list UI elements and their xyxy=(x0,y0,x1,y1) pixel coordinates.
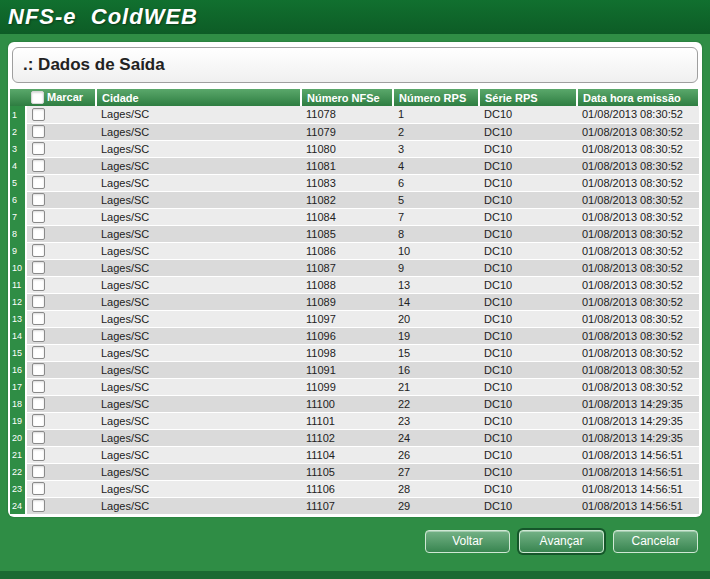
cell-serie-rps: DC10 xyxy=(479,327,577,344)
cell-cidade: Lages/SC xyxy=(96,225,301,242)
table-row: 4Lages/SC110814DC1001/08/2013 08:30:52 xyxy=(10,157,699,174)
cell-serie-rps: DC10 xyxy=(479,361,577,378)
table-row: 18Lages/SC1110022DC1001/08/2013 14:29:35 xyxy=(10,395,699,412)
cell-serie-rps: DC10 xyxy=(479,378,577,395)
cancelar-button[interactable]: Cancelar xyxy=(613,530,698,553)
row-checkbox[interactable] xyxy=(32,210,45,223)
cell-cidade: Lages/SC xyxy=(96,157,301,174)
row-checkbox[interactable] xyxy=(32,125,45,138)
cell-numero-nfse: 11098 xyxy=(301,344,393,361)
row-checkbox[interactable] xyxy=(32,363,45,376)
select-all-header xyxy=(10,89,26,106)
table-row: 3Lages/SC110803DC1001/08/2013 08:30:52 xyxy=(10,140,699,157)
cell-cidade: Lages/SC xyxy=(96,259,301,276)
row-number: 16 xyxy=(10,361,26,378)
cell-cidade: Lages/SC xyxy=(96,242,301,259)
cell-data-emissao: 01/08/2013 14:56:51 xyxy=(577,446,699,463)
row-checkbox[interactable] xyxy=(32,142,45,155)
cell-numero-nfse: 11083 xyxy=(301,174,393,191)
cell-data-emissao: 01/08/2013 08:30:52 xyxy=(577,191,699,208)
column-header-marcar: Marcar xyxy=(26,89,96,106)
cell-data-emissao: 01/08/2013 14:29:35 xyxy=(577,429,699,446)
cell-numero-nfse: 11101 xyxy=(301,412,393,429)
row-number: 19 xyxy=(10,412,26,429)
table-row: 16Lages/SC1109116DC1001/08/2013 08:30:52 xyxy=(10,361,699,378)
table-row: 5Lages/SC110836DC1001/08/2013 08:30:52 xyxy=(10,174,699,191)
row-checkbox[interactable] xyxy=(32,176,45,189)
select-all-checkbox[interactable] xyxy=(31,91,44,104)
row-checkbox[interactable] xyxy=(32,193,45,206)
row-number: 1 xyxy=(10,106,26,123)
cell-serie-rps: DC10 xyxy=(479,157,577,174)
cell-numero-rps: 6 xyxy=(393,174,479,191)
cell-numero-rps: 28 xyxy=(393,480,479,497)
row-checkbox-cell xyxy=(26,157,96,174)
cell-numero-rps: 5 xyxy=(393,191,479,208)
column-header-serie-rps: Série RPS xyxy=(479,89,577,106)
cell-numero-nfse: 11105 xyxy=(301,463,393,480)
row-checkbox[interactable] xyxy=(32,108,45,121)
cell-cidade: Lages/SC xyxy=(96,446,301,463)
nfse-table: Marcar Cidade Número NFSe Número RPS Sér… xyxy=(10,89,700,515)
voltar-button[interactable]: Voltar xyxy=(425,530,510,553)
row-checkbox[interactable] xyxy=(32,159,45,172)
table-row: 22Lages/SC1110527DC1001/08/2013 14:56:51 xyxy=(10,463,699,480)
row-checkbox[interactable] xyxy=(32,329,45,342)
row-checkbox[interactable] xyxy=(32,499,45,512)
row-checkbox[interactable] xyxy=(32,346,45,359)
page-title-text: .: Dados de Saída xyxy=(23,55,165,74)
table-header-row: Marcar Cidade Número NFSe Número RPS Sér… xyxy=(10,89,699,106)
row-checkbox[interactable] xyxy=(32,244,45,257)
row-checkbox[interactable] xyxy=(32,380,45,393)
table-row: 19Lages/SC1110123DC1001/08/2013 14:29:35 xyxy=(10,412,699,429)
cell-numero-nfse: 11084 xyxy=(301,208,393,225)
cell-numero-nfse: 11089 xyxy=(301,293,393,310)
row-checkbox[interactable] xyxy=(32,312,45,325)
row-checkbox-cell xyxy=(26,242,96,259)
row-number: 4 xyxy=(10,157,26,174)
cell-serie-rps: DC10 xyxy=(479,429,577,446)
cell-serie-rps: DC10 xyxy=(479,446,577,463)
cell-serie-rps: DC10 xyxy=(479,463,577,480)
row-number: 14 xyxy=(10,327,26,344)
cell-cidade: Lages/SC xyxy=(96,327,301,344)
row-checkbox[interactable] xyxy=(32,482,45,495)
row-checkbox-cell xyxy=(26,463,96,480)
row-checkbox[interactable] xyxy=(32,261,45,274)
cell-numero-rps: 14 xyxy=(393,293,479,310)
row-checkbox-cell xyxy=(26,412,96,429)
cell-numero-rps: 20 xyxy=(393,310,479,327)
row-number: 20 xyxy=(10,429,26,446)
row-number: 17 xyxy=(10,378,26,395)
cell-serie-rps: DC10 xyxy=(479,310,577,327)
cell-numero-nfse: 11081 xyxy=(301,157,393,174)
row-checkbox[interactable] xyxy=(32,448,45,461)
cell-cidade: Lages/SC xyxy=(96,191,301,208)
avancar-button[interactable]: Avançar xyxy=(519,530,604,553)
row-checkbox[interactable] xyxy=(32,278,45,291)
row-checkbox[interactable] xyxy=(32,227,45,240)
cell-serie-rps: DC10 xyxy=(479,497,577,514)
cell-cidade: Lages/SC xyxy=(96,310,301,327)
cell-data-emissao: 01/08/2013 14:56:51 xyxy=(577,463,699,480)
row-checkbox-cell xyxy=(26,225,96,242)
row-checkbox[interactable] xyxy=(32,397,45,410)
content-area: .: Dados de Saída Marcar Cidade Número N… xyxy=(0,34,710,553)
cell-data-emissao: 01/08/2013 14:56:51 xyxy=(577,480,699,497)
row-number: 24 xyxy=(10,497,26,514)
row-checkbox[interactable] xyxy=(32,295,45,308)
cell-serie-rps: DC10 xyxy=(479,140,577,157)
cell-cidade: Lages/SC xyxy=(96,276,301,293)
cell-cidade: Lages/SC xyxy=(96,378,301,395)
cell-numero-rps: 21 xyxy=(393,378,479,395)
cell-serie-rps: DC10 xyxy=(479,123,577,140)
row-checkbox[interactable] xyxy=(32,414,45,427)
row-checkbox[interactable] xyxy=(32,431,45,444)
table-row: 1Lages/SC110781DC1001/08/2013 08:30:52 xyxy=(10,106,699,123)
cell-numero-rps: 23 xyxy=(393,412,479,429)
cell-numero-rps: 13 xyxy=(393,276,479,293)
cell-data-emissao: 01/08/2013 08:30:52 xyxy=(577,242,699,259)
row-checkbox[interactable] xyxy=(32,465,45,478)
row-checkbox-cell xyxy=(26,361,96,378)
cell-data-emissao: 01/08/2013 08:30:52 xyxy=(577,344,699,361)
